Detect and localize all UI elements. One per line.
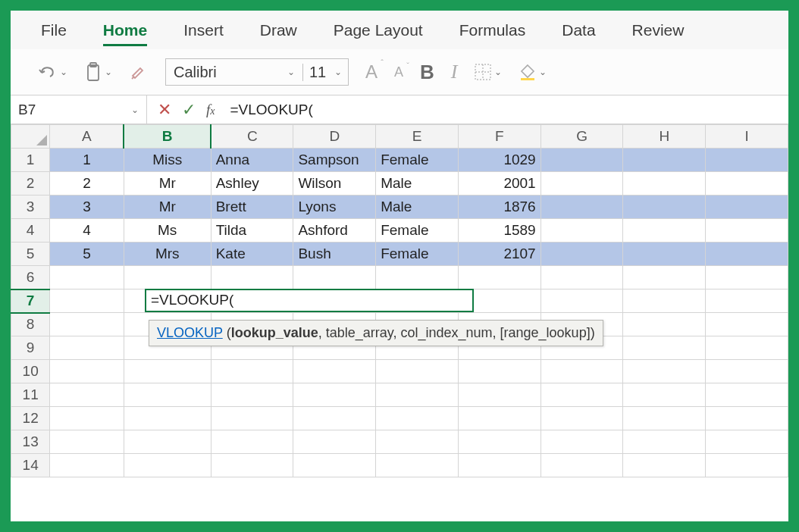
cell-A2[interactable]: 2 [50, 172, 124, 196]
cell-B11[interactable] [124, 383, 211, 407]
cell-D7[interactable] [293, 289, 376, 313]
cell-B13[interactable] [124, 430, 211, 454]
cell-I4[interactable] [706, 219, 788, 243]
cell-G5[interactable] [540, 243, 623, 266]
cell-G6[interactable] [540, 266, 623, 289]
cell-A5[interactable]: 5 [50, 243, 124, 266]
cell-I10[interactable] [706, 360, 788, 383]
undo-button[interactable]: ⌄ [38, 63, 67, 81]
cell-C14[interactable] [211, 454, 293, 477]
row-header-8[interactable]: 8 [11, 313, 50, 336]
cell-B6[interactable] [124, 266, 211, 289]
bold-button[interactable]: B [420, 61, 434, 84]
cell-G13[interactable] [540, 430, 623, 454]
cell-B2[interactable]: Mr [124, 172, 211, 196]
cell-F12[interactable] [458, 407, 540, 430]
tab-draw[interactable]: Draw [260, 21, 297, 46]
cell-C10[interactable] [211, 360, 293, 383]
tab-review[interactable]: Review [632, 21, 685, 46]
cell-E10[interactable] [376, 360, 459, 383]
row-header-7[interactable]: 7 [11, 289, 50, 313]
tab-home[interactable]: Home [103, 21, 147, 46]
cell-E4[interactable]: Female [376, 219, 459, 243]
row-header-5[interactable]: 5 [11, 243, 50, 266]
cell-I6[interactable] [706, 266, 788, 289]
cell-A11[interactable] [50, 383, 124, 407]
cell-E13[interactable] [376, 430, 459, 454]
cell-D13[interactable] [293, 430, 376, 454]
fill-color-button[interactable]: ⌄ [519, 63, 547, 81]
cell-G12[interactable] [540, 407, 623, 430]
cell-H8[interactable] [623, 313, 706, 336]
cell-F13[interactable] [458, 430, 540, 454]
cell-I5[interactable] [706, 243, 788, 266]
cell-B4[interactable]: Ms [124, 219, 211, 243]
cell-C1[interactable]: Anna [211, 149, 293, 172]
cell-C13[interactable] [211, 430, 293, 454]
row-header-3[interactable]: 3 [11, 196, 50, 219]
clipboard-button[interactable]: ⌄ [84, 61, 112, 83]
cell-B12[interactable] [124, 407, 211, 430]
cell-F10[interactable] [458, 360, 540, 383]
cell-E6[interactable] [376, 266, 459, 289]
cell-E7[interactable] [376, 289, 459, 313]
cell-I1[interactable] [706, 149, 788, 172]
cell-H10[interactable] [623, 360, 706, 383]
cell-F3[interactable]: 1876 [458, 196, 540, 219]
cell-C5[interactable]: Kate [211, 243, 293, 266]
row-header-1[interactable]: 1 [11, 149, 50, 172]
cell-C7[interactable] [211, 289, 293, 313]
row-header-4[interactable]: 4 [11, 219, 50, 243]
cell-A10[interactable] [50, 360, 124, 383]
decrease-font-button[interactable]: Aˇ [394, 64, 403, 80]
cell-G14[interactable] [540, 454, 623, 477]
cell-B7[interactable] [124, 289, 211, 313]
col-header-I[interactable]: I [706, 125, 788, 149]
tab-insert[interactable]: Insert [183, 21, 224, 46]
col-header-H[interactable]: H [623, 125, 706, 149]
cell-I7[interactable] [706, 289, 788, 313]
row-header-13[interactable]: 13 [11, 430, 50, 454]
col-header-G[interactable]: G [540, 125, 623, 149]
cell-G4[interactable] [540, 219, 623, 243]
cell-C11[interactable] [211, 383, 293, 407]
cell-D12[interactable] [293, 407, 376, 430]
cell-I2[interactable] [706, 172, 788, 196]
select-all-corner[interactable] [11, 125, 50, 149]
cell-G2[interactable] [540, 172, 623, 196]
cell-A4[interactable]: 4 [50, 219, 124, 243]
tooltip-func-link[interactable]: VLOOKUP [157, 325, 223, 340]
cell-E3[interactable]: Male [376, 196, 459, 219]
cell-H3[interactable] [623, 196, 706, 219]
formula-input[interactable]: =VLOOKUP( [226, 102, 789, 118]
cell-H5[interactable] [623, 243, 706, 266]
cell-F5[interactable]: 2107 [458, 243, 540, 266]
cell-H1[interactable] [623, 149, 706, 172]
tab-data[interactable]: Data [562, 21, 595, 46]
cell-H4[interactable] [623, 219, 706, 243]
cell-D14[interactable] [293, 454, 376, 477]
cell-B1[interactable]: Miss [124, 149, 211, 172]
cell-I11[interactable] [706, 383, 788, 407]
cell-A3[interactable]: 3 [50, 196, 124, 219]
cell-F11[interactable] [458, 383, 540, 407]
cell-F6[interactable] [458, 266, 540, 289]
cell-G1[interactable] [540, 149, 623, 172]
cell-E11[interactable] [376, 383, 459, 407]
cell-B3[interactable]: Mr [124, 196, 211, 219]
cell-A1[interactable]: 1 [50, 149, 124, 172]
italic-button[interactable]: I [451, 61, 458, 83]
cell-I9[interactable] [706, 336, 788, 360]
col-header-D[interactable]: D [293, 125, 376, 149]
cell-E5[interactable]: Female [376, 243, 459, 266]
col-header-B[interactable]: B [124, 125, 211, 149]
row-header-10[interactable]: 10 [11, 360, 50, 383]
cell-H14[interactable] [623, 454, 706, 477]
cell-D2[interactable]: Wilson [293, 172, 376, 196]
row-header-12[interactable]: 12 [11, 407, 50, 430]
cell-E12[interactable] [376, 407, 459, 430]
cell-A9[interactable] [50, 336, 124, 360]
fx-icon[interactable]: fx [206, 102, 215, 118]
format-painter-button[interactable] [129, 62, 149, 82]
cell-I8[interactable] [706, 313, 788, 336]
